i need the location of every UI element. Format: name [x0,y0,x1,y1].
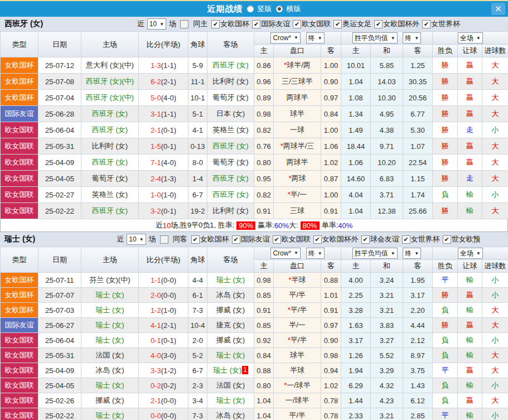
fulltime-score: 6-2 [151,78,161,86]
final-odds-value: 终 [308,33,315,43]
competition-label: 国际友谊 [261,19,290,29]
asian-odds-select-group: Crow*▼ 终▼ [254,32,341,45]
competition-checkbox[interactable] [361,235,370,244]
away-team-name: 英格兰 (女) [212,125,248,134]
same-venue-checkbox[interactable] [160,235,168,244]
competition-checkbox[interactable] [422,20,430,28]
subcol-result-wdl: 胜负 [433,45,458,57]
result-goals: 小 [482,378,508,393]
avg-odds-home: 1.04 [341,203,371,219]
results-table: 类型 日期 主场 比分(半场) 角球 客场 Crow*▼ 终▼ 胜平负均值▼ 终… [0,31,508,219]
recent-count-select[interactable]: 10▼ [127,234,146,245]
match-date: 25-07-03 [38,303,81,318]
avg-odds-draw: 3.71 [371,187,403,203]
result-goals: 大 [482,203,508,219]
close-button[interactable]: ✕ [491,3,505,15]
subcol-odds-away: 客 [321,260,341,273]
asian-handicap: 两球半 [274,90,321,106]
asian-handicap: 三/三球半 [274,74,321,90]
chevron-down-icon: ▼ [414,251,419,256]
avg-odds-home: 14.60 [341,171,371,187]
competition-checkbox[interactable] [402,235,410,244]
avg-odds-home: 4.04 [341,187,371,203]
fulltime-score: 2-0 [151,291,161,300]
asian-odds-home: 0.95 [254,171,274,187]
match-row: 国际友谊25-06-28西班牙 (女)3-1(1-1)5-1日本 (女)0.98… [1,106,508,122]
asian-odds-away: 0.88 [321,273,341,288]
match-score: 1-2(1-0) [139,303,188,318]
away-team: 冰岛 (女) [207,408,254,420]
handicap-value: 半/一 [291,190,307,199]
competition-checkbox[interactable] [232,235,240,244]
crow-odds-select[interactable]: Crow*▼ [270,248,301,259]
home-team: 西班牙 (女) [81,122,139,138]
halftime-score: (0-1) [161,207,176,215]
same-venue-checkbox[interactable] [180,20,188,28]
summary-segment: 赢率: [258,220,274,230]
col-header-corner: 角球 [188,247,207,273]
final-wdl-select[interactable]: 终▼ [403,248,421,259]
match-date: 25-05-31 [38,348,81,363]
avg-odds-draw: 9.71 [371,138,403,155]
away-team: 捷克 (女) [207,318,254,333]
competition-checkbox[interactable] [191,235,200,244]
crow-odds-select[interactable]: Crow*▼ [270,32,301,44]
stats-summary: 近10场,胜9平0负1, 胜率:90%赢率:60% 大:80%单率:40% [0,219,508,232]
result-handicap: 輸 [458,378,482,393]
competition-checkbox[interactable] [443,235,451,244]
recent-count-select[interactable]: 10▼ [147,18,166,30]
away-team: 瑞士 (女) [207,348,254,363]
avg-odds-away: 8.97 [403,348,433,363]
handicap-value: 一/球半 [287,381,311,389]
competition-checkbox[interactable] [211,20,220,28]
vertical-layout-radio[interactable] [247,6,254,12]
match-type-badge: 欧女国联 [1,348,38,363]
home-team: 瑞士 (女) [81,303,139,318]
competition-label: 世女欧预 [452,234,481,244]
match-date: 25-04-09 [38,155,81,171]
subcol-handicap: 盘口 [274,45,321,57]
asian-odds-home: 0.80 [254,378,274,393]
result-goals: 大 [482,155,508,171]
chevron-down-icon: ▼ [294,35,298,40]
competition-label: 女世界杯 [411,234,440,244]
competition-checkbox[interactable] [333,20,342,28]
competition-checkbox[interactable] [273,235,281,244]
away-team-name: 西班牙 (女) [212,190,248,199]
fulltime-score: 1-0 [151,191,161,199]
match-type-badge: 国际友谊 [1,106,38,122]
fullmatch-select[interactable]: 全场▼ [458,248,483,259]
corner-score: 1-4 [188,171,207,187]
halftime-score: (3-0) [161,351,176,360]
subcol-odds-home: 主 [254,260,274,273]
subcol-result-goals: 进球数 [482,45,508,57]
competition-checkbox[interactable] [313,235,322,244]
fullmatch-select[interactable]: 全场▼ [458,32,483,44]
final-odds-select[interactable]: 终▼ [306,32,325,44]
match-date: 25-02-26 [38,393,81,408]
asian-odds-away: 0.78 [321,393,341,408]
halftime-score: (0-1) [161,336,176,345]
away-team-name: 瑞士 (女) [213,366,241,374]
final-odds-select[interactable]: 终▼ [306,248,325,259]
col-header-away: 客场 [207,247,254,273]
match-type-badge: 欧女国联 [1,155,38,171]
asian-odds-away: 1.01 [321,288,341,303]
competition-checkbox[interactable] [293,20,301,28]
result-handicap: 贏 [458,318,482,333]
chevron-down-icon: ▼ [414,36,419,41]
corner-score: 10-4 [188,318,207,333]
wdl-average-select[interactable]: 胜平负均值▼ [352,32,398,44]
match-row: 女欧国杯25-07-11芬兰 (女)(中)1-1(0-0)4-4瑞士 (女)0.… [1,273,508,288]
final-wdl-select[interactable]: 终▼ [403,32,421,44]
match-type-badge: 欧女国联 [1,122,38,138]
competition-checkbox[interactable] [252,20,260,28]
home-team: 冰岛 (女) [81,363,139,378]
horizontal-layout-radio[interactable] [276,6,283,12]
wdl-average-select[interactable]: 胜平负均值▼ [352,248,398,259]
competition-checkbox[interactable] [374,20,383,28]
result-outcome: 負 [433,333,458,348]
asian-odds-away: 1.00 [321,57,341,74]
fulltime-score: 3-3 [151,366,161,375]
asian-handicap: 半/一 [274,318,321,333]
